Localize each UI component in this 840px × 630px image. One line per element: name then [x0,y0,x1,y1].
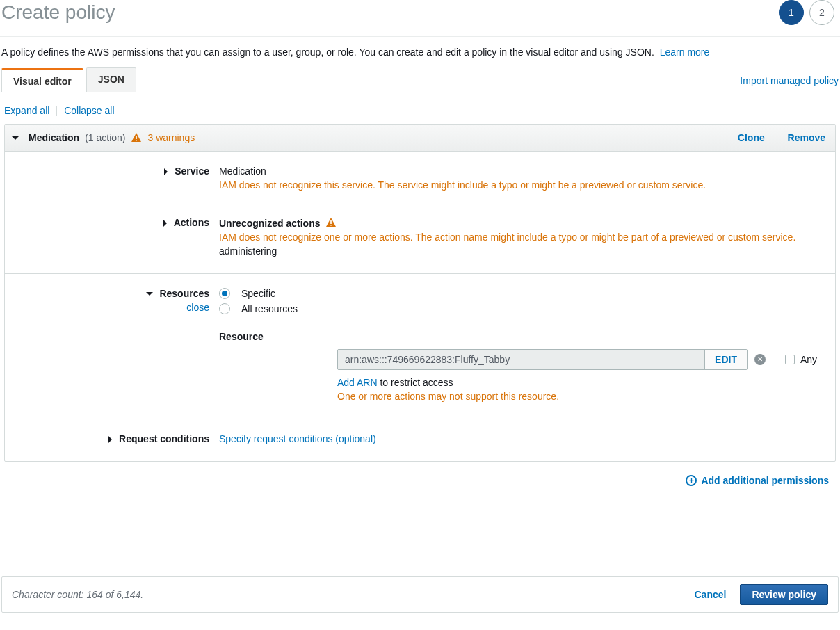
plus-circle-icon: + [686,475,697,486]
radio-specific[interactable] [219,288,230,299]
footer-bar: Character count: 164 of 6,144. Cancel Re… [1,576,839,613]
resource-warn: One or more actions may not support this… [337,391,823,402]
radio-specific-row[interactable]: Specific [219,288,823,299]
actions-label-col: Actions [17,217,219,257]
intro-body: A policy defines the AWS permissions tha… [1,47,654,58]
resources-label: Resources [159,288,209,299]
add-arn-link[interactable]: Add ARN [337,377,378,388]
radio-all-label: All resources [241,303,298,314]
header-divider [0,36,840,37]
add-permissions-label: Add additional permissions [701,475,829,486]
tab-visual-editor[interactable]: Visual editor [1,68,83,92]
conditions-label: Request conditions [119,433,209,444]
conditions-link[interactable]: Specify request conditions (optional) [219,433,376,444]
chevron-right-icon[interactable] [108,436,112,443]
resource-title: Resource [219,331,823,342]
tabs: Visual editor JSON [1,67,139,92]
collapse-all-link[interactable]: Collapse all [64,105,114,116]
warning-icon [325,217,337,228]
radio-all-row[interactable]: All resources [219,303,823,314]
conditions-section: Request conditions Specify request condi… [5,419,835,461]
actions-label: Actions [174,217,209,228]
clone-button[interactable]: Clone [738,132,765,143]
permission-panel: Medication (1 action) 3 warnings Clone R… [4,124,836,461]
actions-warning: IAM does not recognize one or more actio… [219,232,823,243]
step-1[interactable]: 1 [779,0,804,25]
any-checkbox[interactable] [785,355,795,364]
remove-button[interactable]: Remove [788,132,825,143]
character-count: Character count: 164 of 6,144. [12,589,143,600]
tab-json[interactable]: JSON [86,67,136,92]
remove-arn-icon[interactable] [754,354,766,365]
service-label: Service [175,165,209,177]
chevron-right-icon[interactable] [163,220,167,227]
toolbar-separator [56,106,57,116]
arn-input-group: EDIT [337,349,748,370]
learn-more-link[interactable]: Learn more [660,47,710,58]
tab-row: Visual editor JSON Import managed policy [0,67,840,92]
panel-header[interactable]: Medication (1 action) 3 warnings Clone R… [5,125,835,151]
arn-edit-button[interactable]: EDIT [704,350,747,369]
panel-actions: Clone Remove [731,132,825,143]
service-label-col: Service [17,165,219,191]
step-2[interactable]: 2 [809,0,834,25]
add-arn-suffix: to restrict access [378,377,453,388]
radio-all[interactable] [219,303,230,314]
service-actions-section: Service Medication IAM does not recogniz… [5,152,835,274]
service-warning: IAM does not recognize this service. The… [219,179,823,191]
panel-action-count: (1 action) [85,132,125,143]
chevron-down-icon [12,136,19,140]
intro-text: A policy defines the AWS permissions tha… [0,47,840,67]
service-value: Medication [219,165,823,177]
expand-all-link[interactable]: Expand all [4,105,49,116]
resources-close-link[interactable]: close [17,302,209,313]
panel-actions-separator [775,134,775,144]
actions-title: Unrecognized actions [219,218,320,229]
wizard-steps: 1 2 [779,0,839,25]
toolbar: Expand all Collapse all [0,92,840,124]
svg-rect-2 [331,220,332,224]
chevron-right-icon[interactable] [164,168,168,175]
chevron-down-icon[interactable] [146,292,153,296]
actions-item: administering [219,245,823,257]
warning-icon [131,132,142,143]
conditions-label-col: Request conditions [17,433,219,444]
page-title: Create policy [1,1,115,24]
add-permissions-button[interactable]: + Add additional permissions [686,475,829,486]
svg-rect-3 [331,225,332,226]
svg-rect-0 [136,136,138,139]
any-label: Any [800,354,817,365]
panel-warning-count: 3 warnings [147,132,195,143]
import-managed-policy-link[interactable]: Import managed policy [740,75,839,92]
arn-input[interactable] [338,350,704,369]
resources-section: Resources close Specific All resources R… [5,274,835,419]
radio-specific-label: Specific [241,288,275,299]
svg-rect-1 [136,140,138,141]
review-policy-button[interactable]: Review policy [740,584,828,605]
panel-service-name: Medication [29,132,79,143]
cancel-button[interactable]: Cancel [694,589,726,600]
resources-label-col: Resources close [17,288,219,402]
